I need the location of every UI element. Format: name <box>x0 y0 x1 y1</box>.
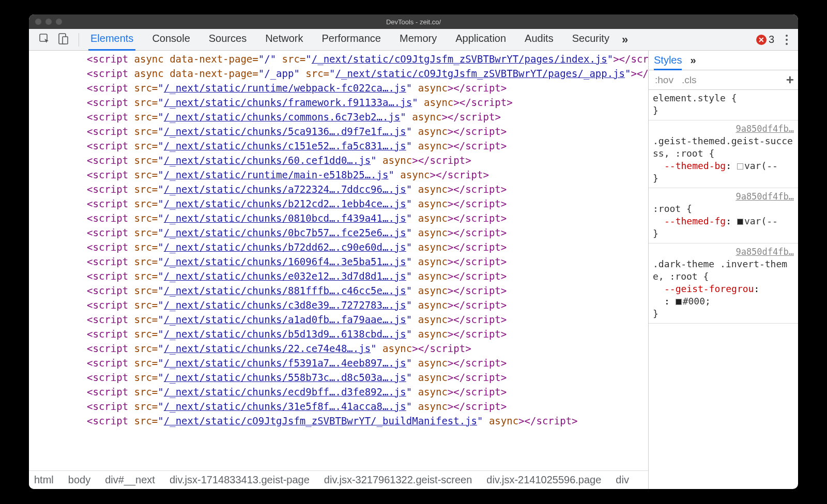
color-swatch[interactable] <box>737 219 743 225</box>
window-title: DevTools - zeit.co/ <box>386 18 441 26</box>
dom-node[interactable]: <script src="/_next/static/chunks/ecd9bf… <box>35 385 648 399</box>
dom-node[interactable]: <script src="/_next/static/chunks/b212cd… <box>35 196 648 211</box>
dom-node[interactable]: <script src="/_next/static/chunks/60.cef… <box>35 153 648 167</box>
dom-node[interactable]: <script src="/_next/static/chunks/881fff… <box>35 283 648 298</box>
dom-node[interactable]: <script src="/_next/static/runtime/main-… <box>35 167 648 182</box>
dom-node[interactable]: <script src="/_next/static/chunks/common… <box>35 110 648 124</box>
breadcrumb-item[interactable]: div.jsx-2141025596.page <box>486 474 601 486</box>
tab-sources[interactable]: Sources <box>207 28 249 51</box>
inspect-element-icon[interactable] <box>38 33 51 47</box>
window-traffic-lights <box>29 19 62 25</box>
styles-tabs-overflow-icon[interactable]: » <box>690 54 696 66</box>
devtools-window: DevTools - zeit.co/ ElementsConsoleSourc… <box>29 14 798 489</box>
error-count: 3 <box>769 34 774 45</box>
rule-selector[interactable]: :root { <box>653 203 794 215</box>
dom-node[interactable]: <script src="/_next/static/chunks/b5d13d… <box>35 327 648 341</box>
breadcrumb-item[interactable]: html <box>34 474 54 486</box>
dom-node[interactable]: <script async data-next-page="/" src="/_… <box>35 52 648 66</box>
tab-performance[interactable]: Performance <box>320 28 384 51</box>
new-rule-icon[interactable]: + <box>786 72 794 88</box>
dom-node[interactable]: <script src="/_next/static/chunks/c3d8e3… <box>35 298 648 312</box>
tab-console[interactable]: Console <box>150 28 192 51</box>
color-swatch[interactable] <box>737 163 743 170</box>
css-property[interactable]: --themed-fg: var(-- <box>653 215 794 227</box>
rule-selector[interactable]: element.style { <box>653 92 794 104</box>
tab-network[interactable]: Network <box>263 28 305 51</box>
css-property[interactable]: --themed-bg: var(-- <box>653 160 794 172</box>
rule-source-link[interactable]: 9a850df4fb… <box>653 190 794 203</box>
device-toggle-icon[interactable] <box>57 33 69 47</box>
style-rule[interactable]: element.style {} <box>649 90 798 120</box>
svg-rect-2 <box>63 37 68 44</box>
dom-node[interactable]: <script src="/_next/static/chunks/0810bc… <box>35 211 648 225</box>
close-window-button[interactable] <box>35 19 41 25</box>
tab-audits[interactable]: Audits <box>523 28 556 51</box>
style-rules-list[interactable]: element.style {}9a850df4fb….geist-themed… <box>649 90 798 489</box>
color-swatch[interactable] <box>676 299 682 305</box>
content-area: <script async data-next-page="/" src="/_… <box>29 51 798 489</box>
styles-sidebar: Styles » :hov .cls + element.style {}9a8… <box>648 51 798 489</box>
styles-filter-row: :hov .cls + <box>649 70 798 90</box>
rule-selector[interactable]: .geist-themed.geist-success, :root { <box>653 135 794 160</box>
zoom-window-button[interactable] <box>56 19 62 25</box>
dom-node[interactable]: <script src="/_next/static/chunks/a1ad0f… <box>35 312 648 327</box>
hover-toggle-button[interactable]: :hov <box>653 73 676 87</box>
rule-selector[interactable]: .dark-theme .invert-theme, :root { <box>653 258 794 283</box>
settings-menu-icon[interactable] <box>784 33 790 47</box>
dom-node[interactable]: <script src="/_next/static/chunks/e032e1… <box>35 269 648 283</box>
dom-tree[interactable]: <script async data-next-page="/" src="/_… <box>29 51 648 470</box>
dom-node[interactable]: <script src="/_next/static/chunks/22.ce7… <box>35 341 648 356</box>
dom-node[interactable]: <script src="/_next/static/cO9JtgJsfm_zS… <box>35 414 648 428</box>
rule-source-link[interactable]: 9a850df4fb… <box>653 123 794 135</box>
dom-node[interactable]: <script src="/_next/static/chunks/c151e5… <box>35 139 648 153</box>
breadcrumb-bar: htmlbodydiv#__nextdiv.jsx-1714833413.gei… <box>29 470 648 489</box>
tab-styles[interactable]: Styles <box>654 54 682 70</box>
breadcrumb-item[interactable]: div.jsx-1714833413.geist-page <box>170 474 310 486</box>
error-count-badge[interactable]: ✕ 3 <box>756 34 774 45</box>
tab-security[interactable]: Security <box>570 28 611 51</box>
error-icon: ✕ <box>756 35 767 45</box>
panel-tabs: ElementsConsoleSourcesNetworkPerformance… <box>88 28 611 51</box>
cls-toggle-button[interactable]: .cls <box>680 73 699 87</box>
dom-node[interactable]: <script src="/_next/static/chunks/31e5f8… <box>35 399 648 414</box>
dom-node[interactable]: <script src="/_next/static/chunks/0bc7b5… <box>35 225 648 240</box>
dom-node[interactable]: <script src="/_next/static/chunks/5ca913… <box>35 124 648 139</box>
dom-node[interactable]: <script src="/_next/static/runtime/webpa… <box>35 81 648 95</box>
tab-elements[interactable]: Elements <box>88 28 135 51</box>
dom-node[interactable]: <script src="/_next/static/chunks/framew… <box>35 95 648 110</box>
toolbar-separator <box>79 33 79 47</box>
tabs-overflow-icon[interactable]: » <box>622 33 628 47</box>
dom-node[interactable]: <script src="/_next/static/chunks/16096f… <box>35 254 648 269</box>
dom-node[interactable]: <script src="/_next/static/chunks/558b73… <box>35 370 648 385</box>
dom-node[interactable]: <script src="/_next/static/chunks/f5391a… <box>35 356 648 370</box>
elements-panel: <script async data-next-page="/" src="/_… <box>29 51 648 489</box>
tab-application[interactable]: Application <box>453 28 508 51</box>
minimize-window-button[interactable] <box>45 19 52 25</box>
css-property-cont: : #000; <box>653 295 794 308</box>
tab-memory[interactable]: Memory <box>397 28 439 51</box>
breadcrumb-item[interactable]: div#__next <box>105 474 155 486</box>
main-toolbar: ElementsConsoleSourcesNetworkPerformance… <box>29 29 798 51</box>
dom-node[interactable]: <script src="/_next/static/chunks/a72232… <box>35 182 648 196</box>
breadcrumb-item[interactable]: body <box>68 474 90 486</box>
style-rule[interactable]: 9a850df4fb….geist-themed.geist-success, … <box>649 120 798 188</box>
styles-tabs: Styles » <box>649 51 798 70</box>
window-titlebar[interactable]: DevTools - zeit.co/ <box>29 14 798 29</box>
style-rule[interactable]: 9a850df4fb…:root {--themed-fg: var(--} <box>649 188 798 243</box>
breadcrumb-item[interactable]: div <box>616 474 629 486</box>
dom-node[interactable]: <script async data-next-page="/_app" src… <box>35 66 648 81</box>
css-property[interactable]: --geist-foregrou: <box>653 283 794 295</box>
breadcrumb-item[interactable]: div.jsx-3217961322.geist-screen <box>324 474 472 486</box>
style-rule[interactable]: 9a850df4fb….dark-theme .invert-theme, :r… <box>649 243 798 324</box>
rule-source-link[interactable]: 9a850df4fb… <box>653 246 794 258</box>
dom-node[interactable]: <script src="/_next/static/chunks/b72dd6… <box>35 240 648 254</box>
